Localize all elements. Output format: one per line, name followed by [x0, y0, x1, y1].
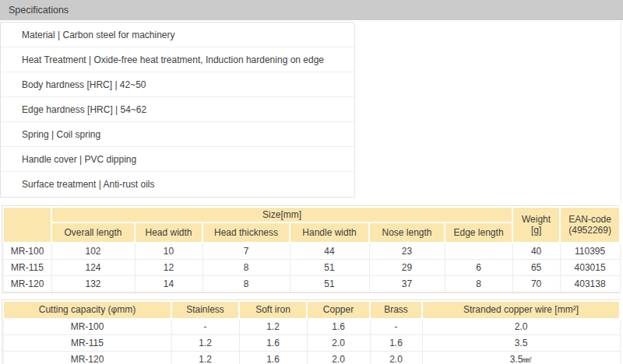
value-cell: 6	[445, 259, 512, 275]
column-header-copper: Copper	[307, 301, 370, 319]
model-cell: MR-100	[3, 243, 51, 259]
value-cell: 1.6	[307, 319, 370, 335]
value-cell: 1.6	[370, 335, 422, 352]
value-cell: 23	[369, 243, 445, 259]
spec-row-body-hardness: Body hardness [HRC] | 42~50	[1, 72, 354, 97]
cutting-capacity-table: Cutting capacity (φmm) Stainless Soft ir…	[2, 300, 621, 364]
section-title: Specifications	[9, 5, 69, 16]
value-cell: 8	[202, 259, 290, 275]
value-cell: 1.6	[239, 335, 307, 352]
spec-list: Material | Carbon steel for machinery He…	[0, 22, 355, 198]
table-row: MR-100 - 1.2 1.6 - 2.0	[3, 319, 620, 335]
value-cell: 1.6	[239, 352, 307, 364]
value-cell: 403015	[560, 259, 620, 275]
value-cell: 124	[51, 259, 135, 275]
ean-header-line1: EAN-code	[568, 214, 611, 225]
value-cell: 403138	[560, 275, 620, 292]
model-column-header	[3, 207, 51, 243]
table-row: MR-115 124 12 8 51 29 6 65 403015	[3, 259, 620, 275]
value-cell: 7	[202, 243, 290, 259]
spec-text: Edge hardness [HRC] | 54~62	[22, 104, 146, 115]
cutting-capacity-table-container: Cutting capacity (φmm) Stainless Soft ir…	[2, 299, 620, 364]
value-cell: 3.5	[422, 335, 620, 352]
column-header-nose-length: Nose length	[369, 222, 445, 243]
weight-header-line2: [g]	[531, 225, 541, 236]
value-cell: 65	[512, 259, 560, 275]
size-table-container: Size[mm] Weight [g] EAN-code (4952269) O…	[2, 205, 620, 293]
model-cell: MR-120	[3, 275, 51, 292]
value-cell: 12	[135, 259, 202, 275]
model-cell: MR-120	[3, 352, 171, 364]
value-cell: 44	[290, 243, 369, 259]
column-header-cutting-capacity: Cutting capacity (φmm)	[3, 301, 171, 319]
spec-text: Material | Carbon steel for machinery	[22, 30, 175, 40]
value-cell: 8	[202, 275, 290, 292]
value-cell: 2.0	[370, 352, 422, 364]
value-cell: 51	[290, 275, 369, 292]
value-cell: 1.2	[171, 335, 239, 352]
spec-text: Surface treatment | Anti-rust oils	[22, 179, 155, 190]
ean-header-line2: (4952269)	[568, 225, 611, 236]
column-header-handle-width: Handle width	[290, 222, 369, 243]
value-cell: -	[171, 319, 239, 335]
value-cell: 132	[51, 275, 135, 292]
column-header-head-thickness: Head thickness	[202, 222, 290, 243]
table-row: MR-120 132 14 8 51 37 8 70 403138	[3, 275, 620, 292]
value-cell: 10	[135, 243, 202, 259]
value-cell: 1.2	[171, 352, 239, 364]
spec-row-spring: Spring | Coil spring	[1, 122, 354, 147]
value-cell: 51	[290, 259, 369, 275]
spec-row-edge-hardness: Edge hardness [HRC] | 54~62	[1, 97, 354, 122]
value-cell: 2.0	[307, 352, 370, 364]
column-header-overall-length: Overall length	[51, 222, 135, 243]
value-cell: 37	[369, 275, 445, 292]
value-cell: 2.0	[422, 319, 620, 335]
column-header-edge-length: Edge length	[445, 222, 512, 243]
spec-text: Body hardness [HRC] | 42~50	[22, 79, 146, 90]
value-cell: 2.0	[307, 335, 370, 352]
spec-text: Spring | Coil spring	[22, 129, 100, 140]
table-row: MR-120 1.2 1.6 2.0 2.0 3.5㎟	[3, 352, 620, 364]
model-cell: MR-100	[3, 319, 171, 335]
spec-row-heat-treatment: Heat Treatment | Oxide-free heat treatme…	[1, 47, 354, 72]
weight-header-line1: Weight	[522, 214, 551, 225]
value-cell: 14	[135, 275, 202, 292]
value-cell: 40	[512, 243, 560, 259]
value-cell: 8	[445, 275, 512, 292]
value-cell: 1.2	[239, 319, 307, 335]
weight-column-header: Weight [g]	[512, 207, 560, 243]
value-cell	[445, 243, 512, 259]
column-header-head-width: Head width	[135, 222, 202, 243]
spec-row-handle-cover: Handle cover | PVC dipping	[1, 147, 354, 172]
table-row: MR-100 102 10 7 44 23 40 110395	[3, 243, 620, 259]
table-row: MR-115 1.2 1.6 2.0 1.6 3.5	[3, 335, 620, 352]
column-header-brass: Brass	[370, 301, 422, 319]
model-cell: MR-115	[3, 259, 51, 275]
value-cell: -	[370, 319, 422, 335]
value-cell: 29	[369, 259, 445, 275]
value-cell: 110395	[560, 243, 620, 259]
model-cell: MR-115	[3, 335, 171, 352]
ean-column-header: EAN-code (4952269)	[560, 207, 620, 243]
spec-row-material: Material | Carbon steel for machinery	[1, 23, 354, 47]
value-cell: 3.5㎟	[422, 352, 620, 364]
spec-row-surface-treatment: Surface treatment | Anti-rust oils	[1, 172, 354, 197]
column-header-soft-iron: Soft iron	[239, 301, 307, 319]
value-cell: 102	[51, 243, 135, 259]
spec-text: Handle cover | PVC dipping	[22, 154, 136, 165]
size-group-header: Size[mm]	[51, 207, 512, 222]
size-table: Size[mm] Weight [g] EAN-code (4952269) O…	[2, 206, 621, 292]
column-header-stainless: Stainless	[171, 301, 239, 319]
specifications-panel: Material | Carbon steel for machinery He…	[0, 22, 621, 203]
value-cell: 70	[512, 275, 560, 292]
specifications-section-header: Specifications	[0, 0, 623, 20]
spec-text: Heat Treatment | Oxide-free heat treatme…	[22, 54, 324, 65]
column-header-stranded-copper-wire: Stranded copper wire [mm²]	[422, 301, 620, 319]
